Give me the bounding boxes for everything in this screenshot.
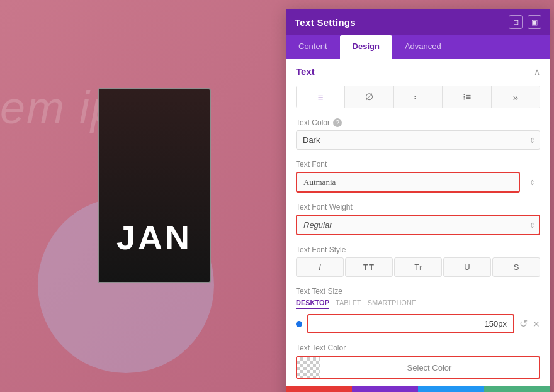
- font-style-strikethrough-btn[interactable]: S: [492, 257, 540, 277]
- font-style-italic-btn[interactable]: I: [296, 257, 344, 277]
- font-style-row: I TT Tr U S: [296, 257, 540, 277]
- align-right-btn[interactable]: ⁝≡: [443, 86, 491, 108]
- panel-tabs: Content Design Advanced: [286, 35, 550, 59]
- select-color-label: Select Color: [320, 363, 539, 372]
- text-size-label: Text Text Size: [296, 287, 540, 296]
- settings-panel: Text Settings ⊡ ▣ Content Design Advance…: [286, 9, 550, 392]
- font-style-underline-btn[interactable]: U: [443, 257, 491, 277]
- size-input-row: ↺ ✕: [296, 314, 540, 333]
- panel-body: Text ∧ ≡ ∅ ≔ ⁝≡ » Text Color ? Dark Ligh…: [286, 59, 550, 386]
- text-font-weight-select[interactable]: Regular Bold Light: [296, 215, 540, 235]
- text-color-select[interactable]: Dark Light: [296, 130, 540, 150]
- text-color-help[interactable]: ?: [333, 118, 342, 127]
- text-text-color-label: Text Text Color: [296, 344, 540, 352]
- tab-design[interactable]: Design: [340, 35, 392, 59]
- panel-icon-resize[interactable]: ⊡: [509, 15, 523, 29]
- redo-button[interactable]: ↻: [418, 386, 484, 392]
- size-clear-btn[interactable]: ✕: [533, 319, 540, 329]
- tab-content[interactable]: Content: [286, 35, 340, 59]
- section-collapse-btn[interactable]: ∧: [534, 67, 540, 77]
- align-center-btn[interactable]: ∅: [345, 86, 393, 108]
- text-font-label: Text Font: [296, 160, 540, 169]
- preview-card: JAN: [98, 88, 211, 283]
- text-font-wrapper: Autmania Arial ⇕ ↺: [296, 172, 540, 193]
- text-font-weight-wrapper: Regular Bold Light ⇕: [296, 215, 540, 235]
- color-swatch: [297, 357, 320, 378]
- panel-header-icons: ⊡ ▣: [509, 15, 541, 29]
- size-reset-btn[interactable]: ↺: [519, 318, 528, 330]
- font-style-uppercase-btn[interactable]: TT: [345, 257, 393, 277]
- align-justify-btn[interactable]: ≔: [394, 86, 443, 108]
- text-color-label: Text Color ?: [296, 118, 540, 127]
- panel-header: Text Settings ⊡ ▣: [286, 9, 550, 35]
- color-picker-btn[interactable]: Select Color: [296, 356, 540, 379]
- preview-text: JAN: [116, 218, 192, 257]
- font-style-capitalize-btn[interactable]: Tr: [394, 257, 442, 277]
- size-input-field[interactable]: [307, 314, 514, 333]
- size-dot-indicator: [296, 321, 302, 327]
- cancel-button[interactable]: ✕: [286, 386, 352, 392]
- save-button[interactable]: ✓: [484, 386, 550, 392]
- text-font-weight-label: Text Font Weight: [296, 203, 540, 211]
- panel-footer: ✕ ↺ ↻ ✓: [286, 386, 550, 392]
- size-tab-smartphone[interactable]: SMARTPHONE: [368, 299, 416, 309]
- panel-icon-close[interactable]: ▣: [528, 15, 541, 29]
- panel-title: Text Settings: [295, 17, 356, 28]
- align-left-btn[interactable]: ≡: [297, 86, 345, 108]
- size-tab-desktop[interactable]: DESKTOP: [296, 299, 329, 309]
- section-title: Text: [296, 66, 315, 77]
- text-font-reset-btn[interactable]: ↺: [550, 176, 550, 188]
- size-device-tabs: DESKTOP TABLET SMARTPHONE: [296, 299, 540, 309]
- tab-advanced[interactable]: Advanced: [392, 35, 454, 59]
- reset-button[interactable]: ↺: [352, 386, 418, 392]
- alignment-row: ≡ ∅ ≔ ⁝≡ »: [296, 86, 540, 108]
- text-color-wrapper: Dark Light ⇕: [296, 130, 540, 150]
- text-font-arrow-icon: ⇕: [529, 178, 535, 186]
- text-font-style-label: Text Font Style: [296, 245, 540, 254]
- section-header: Text ∧: [296, 66, 540, 77]
- size-input-wrap: [307, 314, 514, 333]
- align-quote-btn[interactable]: »: [492, 86, 540, 108]
- text-font-select[interactable]: Autmania Arial: [296, 172, 520, 193]
- size-tab-tablet[interactable]: TABLET: [336, 299, 361, 309]
- preview-card-inner: JAN: [99, 89, 210, 282]
